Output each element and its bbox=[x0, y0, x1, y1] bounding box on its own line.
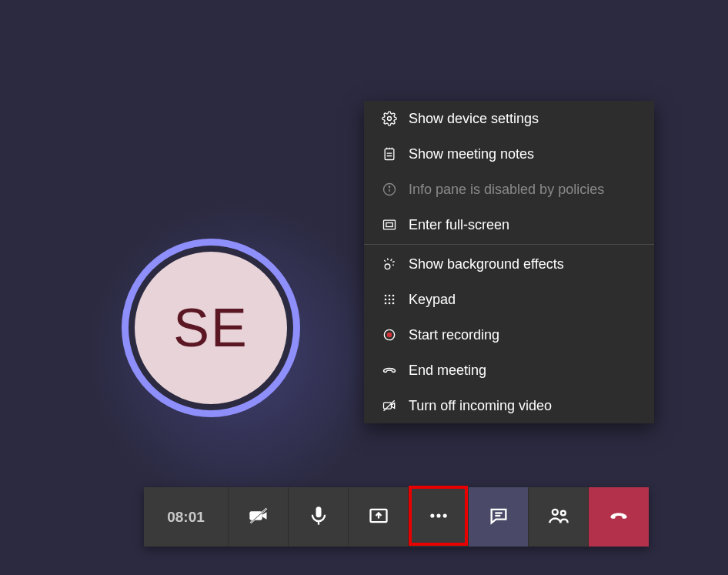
svg-rect-1 bbox=[385, 149, 394, 159]
menu-item-label: Turn off incoming video bbox=[409, 398, 552, 414]
menu-item-label: Keypad bbox=[409, 292, 456, 308]
chat-icon bbox=[488, 505, 509, 530]
participants-button[interactable] bbox=[529, 487, 589, 547]
svg-point-9 bbox=[389, 295, 391, 297]
call-toolbar: 08:01 bbox=[144, 487, 649, 547]
menu-item-device-settings[interactable]: Show device settings bbox=[364, 101, 654, 136]
background-effects-icon bbox=[381, 256, 398, 272]
svg-point-28 bbox=[442, 513, 446, 517]
svg-rect-5 bbox=[384, 220, 396, 229]
menu-item-label: Info pane is disabled by policies bbox=[409, 182, 604, 198]
gear-icon bbox=[381, 110, 398, 127]
people-icon bbox=[548, 505, 569, 530]
hangup-icon bbox=[608, 505, 629, 530]
record-icon bbox=[381, 326, 398, 343]
svg-point-8 bbox=[385, 295, 387, 297]
mic-toggle-button[interactable] bbox=[289, 487, 349, 547]
keypad-icon bbox=[381, 291, 398, 308]
video-off-icon bbox=[381, 397, 398, 414]
share-screen-button[interactable] bbox=[349, 487, 409, 547]
chat-button[interactable] bbox=[469, 487, 529, 547]
svg-rect-19 bbox=[384, 403, 392, 409]
menu-item-label: Show device settings bbox=[409, 111, 539, 127]
menu-item-end-meeting[interactable]: End meeting bbox=[364, 353, 654, 388]
menu-item-start-recording[interactable]: Start recording bbox=[364, 317, 654, 353]
menu-item-keypad[interactable]: Keypad bbox=[364, 282, 654, 317]
menu-item-label: Enter full-screen bbox=[409, 217, 509, 233]
menu-item-turn-off-incoming-video[interactable]: Turn off incoming video bbox=[364, 388, 654, 423]
info-icon bbox=[381, 181, 398, 198]
svg-point-10 bbox=[392, 295, 395, 297]
svg-point-15 bbox=[389, 303, 391, 305]
call-timer: 08:01 bbox=[144, 487, 229, 547]
svg-point-7 bbox=[385, 264, 390, 269]
menu-item-fullscreen[interactable]: Enter full-screen bbox=[364, 207, 654, 242]
more-actions-button[interactable] bbox=[409, 487, 469, 547]
svg-point-16 bbox=[392, 303, 395, 305]
more-actions-menu: Show device settings Show meeting notes … bbox=[364, 101, 654, 423]
svg-point-14 bbox=[385, 303, 387, 305]
svg-point-26 bbox=[430, 513, 434, 517]
share-screen-icon bbox=[368, 505, 389, 530]
svg-point-27 bbox=[436, 513, 440, 517]
avatar-initials: SE bbox=[135, 252, 287, 404]
camera-off-icon bbox=[248, 505, 269, 530]
svg-rect-23 bbox=[316, 506, 321, 517]
camera-toggle-button[interactable] bbox=[229, 487, 289, 547]
svg-point-11 bbox=[385, 299, 387, 301]
microphone-icon bbox=[308, 505, 329, 530]
menu-item-label: Start recording bbox=[409, 327, 499, 343]
more-icon bbox=[428, 505, 449, 530]
menu-item-info-pane-disabled: Info pane is disabled by policies bbox=[364, 172, 654, 207]
menu-divider bbox=[364, 244, 654, 245]
fullscreen-icon bbox=[381, 216, 398, 233]
menu-item-meeting-notes[interactable]: Show meeting notes bbox=[364, 136, 654, 172]
notes-icon bbox=[381, 145, 398, 162]
svg-point-12 bbox=[389, 299, 391, 301]
svg-rect-6 bbox=[386, 223, 392, 227]
svg-point-0 bbox=[388, 117, 392, 121]
hangup-button[interactable] bbox=[589, 487, 649, 547]
menu-item-label: Show meeting notes bbox=[409, 146, 534, 162]
end-meeting-icon bbox=[381, 362, 398, 379]
svg-point-4 bbox=[389, 186, 389, 187]
svg-point-31 bbox=[552, 509, 557, 514]
svg-point-18 bbox=[387, 333, 392, 338]
svg-point-32 bbox=[560, 510, 565, 515]
participant-avatar: SE bbox=[122, 239, 300, 417]
svg-point-13 bbox=[392, 299, 395, 301]
menu-item-label: Show background effects bbox=[409, 256, 564, 272]
menu-item-background-effects[interactable]: Show background effects bbox=[364, 246, 654, 282]
menu-item-label: End meeting bbox=[409, 363, 486, 379]
